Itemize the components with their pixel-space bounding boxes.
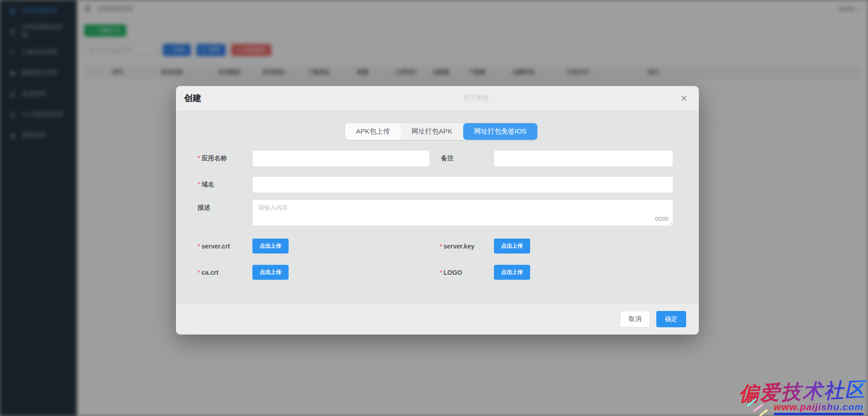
server-crt-label: *server.crt <box>198 243 230 250</box>
resize-grip-icon[interactable] <box>668 220 672 225</box>
remark-label: 备注 <box>441 154 454 163</box>
packaging-tab-group: APK包上传 网址打包APK 网址打包免签IOS <box>345 123 537 140</box>
server-key-label: *server.key <box>440 243 474 250</box>
server-key-upload-button[interactable]: 点击上传 <box>494 239 530 253</box>
logo-upload-button[interactable]: 点击上传 <box>494 265 530 280</box>
description-field: 0/200 <box>252 200 673 226</box>
domain-input[interactable] <box>252 177 673 193</box>
ca-crt-upload-button[interactable]: 点击上传 <box>252 265 289 280</box>
app-root: ▦ 应用列表管理 ▤ APP应用签名管理 ∨ ✈ 订单支付管理 ∨ ▣ 数据统计… <box>0 0 868 416</box>
required-mark: * <box>198 243 200 250</box>
ca-crt-label-text: ca.crt <box>201 269 218 276</box>
app-name-input[interactable] <box>252 150 430 167</box>
background-bleed-text: 暂无数据 <box>464 94 489 102</box>
close-icon[interactable]: × <box>677 92 691 105</box>
tab-apk-upload[interactable]: APK包上传 <box>345 123 401 140</box>
cancel-button[interactable]: 取消 <box>620 311 650 327</box>
logo-label: *LOGO <box>440 269 462 276</box>
dialog-body: APK包上传 网址打包APK 网址打包免签IOS *应用名称 备注 *域名 描述… <box>176 111 699 303</box>
dialog-header: 创建 暂无数据 × <box>176 86 699 111</box>
domain-label: *域名 <box>198 181 214 189</box>
domain-label-text: 域名 <box>201 181 214 188</box>
server-key-label-text: server.key <box>443 243 474 250</box>
confirm-button[interactable]: 确定 <box>656 311 686 327</box>
app-name-label: *应用名称 <box>198 154 227 163</box>
tab-url-apk[interactable]: 网址打包APK <box>401 123 463 140</box>
create-dialog: 创建 暂无数据 × APK包上传 网址打包APK 网址打包免签IOS *应用名称… <box>176 86 699 335</box>
server-crt-label-text: server.crt <box>201 243 230 250</box>
required-mark: * <box>440 243 442 250</box>
tab-url-ios[interactable]: 网址打包免签IOS <box>463 123 537 140</box>
server-crt-upload-button[interactable]: 点击上传 <box>252 239 289 253</box>
required-mark: * <box>440 269 442 276</box>
required-mark: * <box>198 269 200 276</box>
required-mark: * <box>198 181 200 188</box>
remark-input[interactable] <box>494 150 673 167</box>
dialog-title: 创建 <box>184 92 201 104</box>
logo-label-text: LOGO <box>443 269 462 276</box>
app-name-label-text: 应用名称 <box>201 154 227 162</box>
char-counter: 0/200 <box>655 216 669 222</box>
ca-crt-label: *ca.crt <box>198 269 218 276</box>
required-mark: * <box>198 154 200 162</box>
dialog-footer: 取消 确定 <box>176 303 699 335</box>
description-label: 描述 <box>198 204 210 212</box>
description-textarea[interactable] <box>252 200 673 226</box>
